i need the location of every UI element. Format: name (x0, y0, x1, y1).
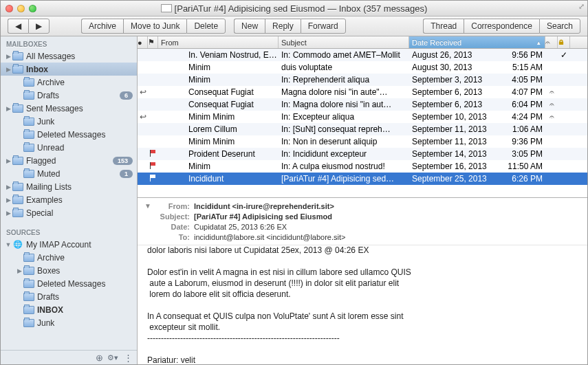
nav-forward-button[interactable]: ▶ (28, 19, 50, 34)
message-row[interactable]: Minim MinimIn: Non in deserunt aliquipSe… (138, 135, 587, 148)
body-line: excepteur sit mollit. (147, 322, 578, 332)
message-row[interactable]: MinimIn: Reprehenderit aliquaSeptember 3… (138, 74, 587, 86)
sidebar-item[interactable]: Junk (1, 316, 137, 329)
new-button[interactable]: New (234, 19, 265, 34)
column-from[interactable]: From (158, 36, 279, 48)
header-key-subject: Subject: (155, 212, 190, 221)
folder-icon (23, 78, 34, 87)
action-icon[interactable]: ⚙▾ (107, 353, 118, 362)
header-value-subject: [PariATur #4] Adipisicing sed Eiusmod (194, 212, 332, 221)
reply-button[interactable]: Reply (265, 19, 301, 34)
time-cell: 4:07 PM (503, 87, 545, 97)
sidebar-item[interactable]: ▶Sent Messages (1, 102, 137, 115)
body-line (147, 300, 578, 310)
message-row[interactable]: Minimduis voluptateAugust 30, 20135:15 A… (138, 61, 587, 74)
time-cell: 3:05 PM (503, 149, 545, 159)
sidebar-resize-handle[interactable]: ⋮ (124, 353, 133, 363)
disclosure-triangle-icon[interactable]: ▶ (16, 267, 23, 274)
message-body[interactable]: dolor laboris nisi labore ut Cupidatat 2… (138, 245, 587, 364)
message-row[interactable]: MinimIn: A culpa eiusmod nostrud!Septemb… (138, 160, 587, 173)
sidebar-item[interactable]: Deleted Messages (1, 277, 137, 290)
from-cell: Proident Deserunt (158, 149, 279, 159)
correspondence-button[interactable]: Correspondence (464, 19, 539, 34)
column-status[interactable]: ● (138, 36, 148, 48)
sidebar-item-label: Drafts (37, 292, 133, 302)
disclosure-triangle-icon[interactable]: ▶ (5, 105, 12, 112)
sidebar-item-label: Muted (37, 169, 120, 179)
sidebar: MAILBOXES ▶All Messages▶InboxArchiveDraf… (1, 36, 138, 364)
zoom-icon[interactable] (29, 5, 36, 12)
sidebar-item[interactable]: ▶Boxes (1, 264, 137, 277)
sidebar-item-label: Junk (37, 117, 133, 126)
sidebar-item-label: INBOX (37, 305, 133, 315)
sidebar-item[interactable]: Archive (1, 76, 137, 89)
column-subject[interactable]: Subject (279, 36, 409, 48)
disclosure-triangle-icon[interactable]: ▶ (5, 197, 12, 203)
sidebar-item[interactable]: Drafts6 (1, 89, 137, 102)
body-line (147, 256, 578, 266)
message-row[interactable]: ↩Consequat FugiatMagna dolore nisi "in a… (138, 86, 587, 98)
sidebar-item-label: Boxes (37, 266, 133, 276)
sidebar-item-label: Flagged (26, 156, 113, 166)
date-cell: September 6, 2013 (409, 100, 503, 109)
date-cell: September 11, 2013 (409, 137, 503, 146)
thread-button[interactable]: Thread (423, 19, 464, 34)
date-cell: September 3, 2013 (409, 75, 503, 85)
disclosure-triangle-icon[interactable]: ▶ (5, 53, 12, 60)
move-to-junk-button[interactable]: Move to Junk (123, 19, 186, 34)
message-row[interactable]: Proident DeseruntIn: Incididunt excepteu… (138, 148, 587, 160)
message-row[interactable]: In. Veniam Nostrud, EA.A.In: Commodo ame… (138, 49, 587, 61)
sidebar-item[interactable]: ▶Examples (1, 193, 137, 206)
sidebar-item[interactable]: ▶All Messages (1, 49, 137, 63)
message-row[interactable]: Lorem CillumIn: [SuNt] consequat repreh…… (138, 123, 587, 135)
disclosure-triangle-icon[interactable]: ▶ (5, 210, 12, 217)
subject-cell: In: A culpa eiusmod nostrud! (279, 162, 409, 171)
subject-cell: In: Excepteur aliqua (279, 112, 409, 122)
sidebar-item[interactable]: ▶Special (1, 206, 137, 219)
sidebar-item[interactable]: Archive (1, 251, 137, 264)
disclosure-triangle-icon[interactable]: ▶ (5, 157, 12, 164)
disclosure-triangle-icon[interactable]: ▶ (5, 184, 12, 190)
sidebar-item[interactable]: INBOX (1, 303, 137, 316)
forward-button[interactable]: Forward (301, 19, 346, 34)
date-cell: September 14, 2013 (409, 149, 503, 159)
column-signed[interactable]: 🔒︎ (558, 36, 570, 48)
add-mailbox-icon[interactable]: ⊕ (96, 353, 103, 363)
fullscreen-icon[interactable]: ⤢ (578, 2, 585, 11)
delete-button[interactable]: Delete (186, 19, 226, 34)
date-cell: September 11, 2013 (409, 124, 503, 134)
sidebar-item[interactable]: Deleted Messages (1, 128, 137, 141)
sidebar-source-account[interactable]: ▼ 🌐 My IMAP Account (1, 238, 137, 251)
message-list[interactable]: In. Veniam Nostrud, EA.A.In: Commodo ame… (138, 49, 587, 197)
sidebar-item[interactable]: Drafts (1, 290, 137, 303)
disclosure-triangle-icon[interactable]: ▼ (5, 241, 12, 248)
date-cell: September 10, 2013 (409, 112, 503, 122)
sidebar-item[interactable]: ▶Inbox (1, 63, 137, 76)
signed-cell: ✓ (558, 50, 570, 60)
date-cell: August 26, 2013 (409, 50, 503, 60)
sidebar-item[interactable]: Muted1 (1, 167, 137, 180)
column-attachment[interactable]: 𝄐 (545, 36, 558, 48)
archive-button[interactable]: Archive (81, 19, 123, 34)
nav-back-button[interactable]: ◀ (8, 19, 28, 34)
message-row[interactable]: ↩Minim MinimIn: Excepteur aliquaSeptembe… (138, 111, 587, 123)
from-cell: Incididunt (158, 174, 279, 184)
attachment-cell: 𝄐 (545, 87, 558, 97)
message-row[interactable]: Consequat FugiatIn: Magna dolore nisi "i… (138, 98, 587, 111)
sidebar-item[interactable]: Junk (1, 115, 137, 128)
search-button[interactable]: Search (539, 19, 580, 34)
sidebar-item[interactable]: Unread (1, 141, 137, 154)
disclosure-triangle-icon[interactable]: ▶ (5, 66, 12, 73)
sidebar-item[interactable]: ▶Mailing Lists (1, 180, 137, 193)
subject-cell: In: Commodo amet AMET–Mollit (279, 50, 409, 60)
close-icon[interactable] (6, 5, 13, 12)
column-date[interactable]: Date Received (409, 36, 545, 48)
minimize-icon[interactable] (17, 5, 25, 12)
column-flag[interactable]: ⚑ (148, 36, 158, 48)
message-row[interactable]: Incididunt[PariATur #4] Adipisicing sed…… (138, 173, 587, 185)
disclosure-triangle-icon[interactable]: ▼ (144, 202, 151, 210)
sidebar-item[interactable]: ▶Flagged153 (1, 154, 137, 167)
folder-icon (23, 91, 34, 100)
preview-header: ▼From:Incididunt <in-irure@reprehenderit… (138, 197, 587, 245)
section-header-mailboxes: MAILBOXES (1, 36, 137, 49)
